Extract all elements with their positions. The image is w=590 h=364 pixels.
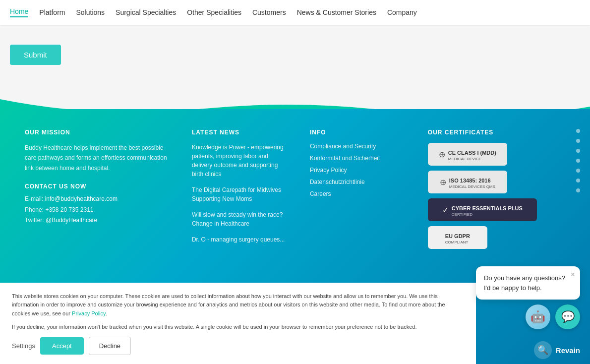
nav-solutions[interactable]: Solutions xyxy=(76,8,105,16)
submit-button[interactable]: Submit xyxy=(10,45,61,65)
nav-surgical[interactable]: Surgical Specialties xyxy=(116,8,176,16)
phone-label: Phone: xyxy=(25,206,44,213)
news-link-1[interactable]: Knowledge is Power - empowering patients… xyxy=(192,143,290,179)
news-heading: LATEST NEWS xyxy=(192,129,290,136)
gdpr-sub: COMPLIANT xyxy=(445,240,470,244)
email-link[interactable]: info@buddyhealthcare.com xyxy=(45,195,118,202)
sidebar-dots xyxy=(576,129,580,192)
cert-cyber: ✓ CYBER ESSENTIALS PLUS CERTIFIED xyxy=(428,198,537,221)
info-heading: INFO xyxy=(310,129,408,136)
certs-heading: OUR CERTIFICATES xyxy=(428,129,565,136)
contact-info: E-mail: info@buddyhealthcare.com Phone: … xyxy=(25,194,172,226)
dot-7[interactable] xyxy=(576,188,580,192)
chat-icon-container: 🤖 💬 xyxy=(476,304,580,329)
info-compliance[interactable]: Compliance and Security xyxy=(310,143,408,150)
privacy-policy-link[interactable]: Privacy Policy xyxy=(72,310,106,316)
cert-ce-badge: ⊕ CE CLASS I (MDD) MEDICAL DEVICE xyxy=(428,143,565,166)
ce-icon: ⊕ xyxy=(439,150,445,159)
email-label: E-mail: xyxy=(25,195,43,202)
chat-robot-icon: 🤖 xyxy=(526,304,550,329)
decline-button[interactable]: Decline xyxy=(89,337,131,355)
news-link-2[interactable]: The Digital Carepath for Midwives Suppor… xyxy=(192,185,290,203)
cookie-text-2: If you decline, your information won't b… xyxy=(12,323,464,332)
cert-ce: ⊕ CE CLASS I (MDD) MEDICAL DEVICE xyxy=(428,143,507,166)
iso-sub: MEDICAL DEVICES QMS xyxy=(449,184,495,189)
cert-cyber-badge: ✓ CYBER ESSENTIALS PLUS CERTIFIED xyxy=(428,198,565,221)
cyber-sub: CERTIFIED xyxy=(452,212,523,217)
gdpr-label: EU GDPR xyxy=(445,233,470,239)
mission-heading: OUR MISSION xyxy=(25,129,172,136)
cyber-label: CYBER ESSENTIALS PLUS xyxy=(452,205,523,211)
chat-bubble: × Do you have any questions? I'd be happ… xyxy=(476,266,580,300)
dot-2[interactable] xyxy=(576,139,580,143)
twitter-label: Twitter: xyxy=(25,217,44,224)
chat-open-button[interactable]: 💬 xyxy=(555,304,580,329)
news-item-2: The Digital Carepath for Midwives Suppor… xyxy=(192,185,290,203)
cookie-buttons: Settings Accept Decline xyxy=(12,337,464,355)
navigation: Home Platform Solutions Surgical Special… xyxy=(0,0,590,25)
cert-iso: ⊕ ISO 13485: 2016 MEDICAL DEVICES QMS xyxy=(428,171,507,193)
cookie-banner: This website stores cookies on your comp… xyxy=(0,283,476,364)
info-konformitat[interactable]: Konformität und Sicherheit xyxy=(310,155,408,162)
nav-home[interactable]: Home xyxy=(10,7,28,17)
chat-close-button[interactable]: × xyxy=(571,270,575,279)
revain-text: Revain xyxy=(556,346,580,355)
news-item-1: Knowledge is Power - empowering patients… xyxy=(192,143,290,179)
cert-iso-badge: ⊕ ISO 13485: 2016 MEDICAL DEVICES QMS xyxy=(428,171,565,193)
revain-brand: 🔍 Revain xyxy=(534,341,580,359)
twitter-link[interactable]: @BuddyHealthcare xyxy=(46,217,97,224)
dot-1[interactable] xyxy=(576,129,580,133)
mission-text: Buddy Healthcare helps implement the bes… xyxy=(25,143,172,173)
dot-3[interactable] xyxy=(576,149,580,153)
nav-news[interactable]: News & Customer Stories xyxy=(297,8,376,16)
page-content: Submit xyxy=(0,25,590,109)
cert-gdpr: EU GDPR COMPLIANT xyxy=(428,226,487,249)
news-item-4: Dr. O - managing surgery queues... xyxy=(192,235,290,244)
iso-label: ISO 13485: 2016 xyxy=(449,178,491,183)
cert-gdpr-badge: EU GDPR COMPLIANT xyxy=(428,226,565,249)
info-careers[interactable]: Careers xyxy=(310,190,408,197)
cyber-icon: ✓ xyxy=(442,205,449,215)
settings-button[interactable]: Settings xyxy=(12,342,35,350)
chat-widget: × Do you have any questions? I'd be happ… xyxy=(476,266,580,329)
revain-search-icon[interactable]: 🔍 xyxy=(534,341,552,359)
dot-6[interactable] xyxy=(576,179,580,182)
news-item-3: Will slow and steady win the race? Chang… xyxy=(192,210,290,228)
nav-other[interactable]: Other Specialities xyxy=(187,8,241,16)
dot-5[interactable] xyxy=(576,169,580,173)
accept-button[interactable]: Accept xyxy=(40,337,84,355)
iso-icon: ⊕ xyxy=(440,178,446,187)
info-privacy[interactable]: Privacy Policy xyxy=(310,167,408,174)
nav-customers[interactable]: Customers xyxy=(252,8,286,16)
ce-label: CE CLASS I (MDD) xyxy=(448,150,496,156)
phone-number: +358 20 735 2311 xyxy=(45,206,93,213)
dot-4[interactable] xyxy=(576,159,580,163)
chat-bubble-text: Do you have any questions? I'd be happy … xyxy=(484,273,572,293)
news-link-3[interactable]: Will slow and steady win the race? Chang… xyxy=(192,210,290,228)
cookie-text-1: This website stores cookies on your comp… xyxy=(12,292,464,318)
info-datenschutz[interactable]: Datenschutzrichtlinie xyxy=(310,179,408,185)
news-link-4[interactable]: Dr. O - managing surgery queues... xyxy=(192,235,290,244)
nav-platform[interactable]: Platform xyxy=(39,8,65,16)
nav-company[interactable]: Company xyxy=(387,8,417,16)
contact-heading: CONTACT US NOW xyxy=(25,183,172,190)
ce-sub: MEDICAL DEVICE xyxy=(448,157,496,161)
